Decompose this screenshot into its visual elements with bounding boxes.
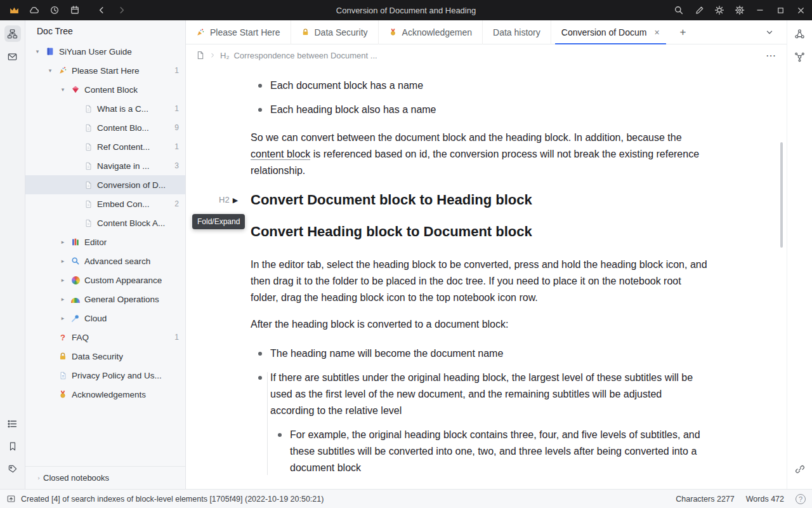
settings-icon[interactable] <box>730 0 750 20</box>
global-graph-icon[interactable] <box>792 48 808 65</box>
tab-close-icon[interactable]: × <box>654 27 659 37</box>
palette-icon <box>69 276 82 284</box>
tree-item-what-is-a-content-block[interactable]: What is a C... 1 <box>25 99 185 118</box>
heading-text: Convert Document block to Heading block <box>251 192 532 208</box>
tree-item-please-start-here[interactable]: ▾ Please Start Here 1 <box>25 61 185 80</box>
tree-item-ref-content[interactable]: Ref Content... 1 <box>25 137 185 156</box>
tree-item-siyuan-user-guide[interactable]: ▾ SiYuan User Guide <box>25 42 185 61</box>
tab-acknowledgements[interactable]: Acknowledgemen <box>379 20 483 44</box>
tree-item-label: Ref Content... <box>97 142 150 152</box>
tree-item-data-security[interactable]: Data Security <box>25 347 185 366</box>
list-item[interactable]: The heading name will become the documen… <box>251 345 709 362</box>
link-icon[interactable] <box>792 461 808 478</box>
tree-item-embed-content[interactable]: Embed Con... 2 <box>25 194 185 213</box>
tree-item-editor[interactable]: ▸ Editor <box>25 232 185 251</box>
chevron-right-icon[interactable]: ▸ <box>57 296 69 302</box>
lock-icon <box>301 28 310 36</box>
list-item[interactable]: For example, the original heading block … <box>270 427 709 476</box>
tree-item-advanced-search[interactable]: ▸ Advanced search <box>25 251 185 271</box>
paragraph[interactable]: In the editor tab, select the heading bl… <box>251 257 709 306</box>
paragraph[interactable]: So we can convert between the document b… <box>251 130 709 179</box>
search-icon[interactable] <box>669 0 689 20</box>
heading-convert-heading-to-document[interactable]: Convert Heading block to Document block <box>251 221 709 243</box>
vertical-scrollbar[interactable] <box>780 142 783 248</box>
list-item[interactable]: Each document block has a name <box>251 77 709 94</box>
tab-label: Data Security <box>315 27 368 37</box>
status-message: Created [4] of search indexes of block-l… <box>21 495 324 504</box>
list-item[interactable]: If there are subtitles under the origina… <box>251 370 709 476</box>
breadcrumb-item[interactable]: Correspondence between Document ... <box>233 51 377 60</box>
tag-icon[interactable] <box>4 461 21 478</box>
tree-item-label: Advanced search <box>84 257 150 266</box>
edit-icon[interactable] <box>689 0 709 20</box>
maximize-icon[interactable] <box>770 0 790 20</box>
file-icon <box>81 219 95 227</box>
chevron-right-icon[interactable]: ▸ <box>57 258 69 264</box>
words-count: Words 472 <box>746 495 784 504</box>
tab-bar: Please Start Here Data Security Acknowle… <box>186 20 787 44</box>
daily-note-icon[interactable] <box>65 0 85 20</box>
document-icon[interactable] <box>196 51 205 60</box>
characters-count: Characters 2277 <box>676 495 734 504</box>
rainbow-icon <box>69 295 82 303</box>
medal-icon <box>56 390 70 399</box>
tree-item-custom-appearance[interactable]: ▸ Custom Appearance <box>25 271 185 290</box>
chevron-right-icon[interactable]: ▸ <box>57 315 69 321</box>
doc-tree-dock-icon[interactable] <box>4 25 21 42</box>
chevron-right-icon[interactable]: ▸ <box>57 239 69 245</box>
theme-icon[interactable] <box>709 0 730 20</box>
more-icon[interactable]: ⋯ <box>766 50 776 62</box>
tree-item-acknowledgements[interactable]: Acknowledgements <box>25 385 185 404</box>
tree-item-label: Embed Con... <box>97 199 150 209</box>
history-icon[interactable] <box>44 0 65 20</box>
tree-item-general-operations[interactable]: ▸ General Operations <box>25 290 185 309</box>
editor-content-area[interactable]: Each document block has a name Each head… <box>186 66 787 489</box>
inbox-icon[interactable] <box>4 48 21 65</box>
tab-conversion-of-document[interactable]: Conversion of Docum × <box>551 20 670 44</box>
close-icon[interactable] <box>790 0 811 20</box>
chevron-right-icon[interactable]: ▸ <box>57 277 69 283</box>
chevron-down-icon[interactable]: ▾ <box>44 67 56 74</box>
tree-item-conversion-of-document[interactable]: Conversion of D... <box>25 175 185 194</box>
tab-data-history[interactable]: Data history <box>483 20 551 44</box>
cloud-icon[interactable] <box>24 0 44 20</box>
outline-icon[interactable] <box>4 415 21 432</box>
list-item[interactable]: Each heading block also has a name <box>251 102 709 118</box>
new-tab-button[interactable]: + <box>674 23 693 42</box>
tree-item-faq[interactable]: ? FAQ 1 <box>25 328 185 347</box>
tree-item-content-block[interactable]: ▾ Content Block <box>25 80 185 99</box>
tree-item-cloud[interactable]: ▸ Cloud <box>25 309 185 328</box>
bookmark-icon[interactable] <box>4 438 21 455</box>
tab-data-security[interactable]: Data Security <box>291 20 379 44</box>
minimize-icon[interactable] <box>750 0 770 20</box>
file-icon <box>81 200 95 208</box>
titlebar: Conversion of Document and Heading <box>0 0 812 20</box>
back-icon[interactable] <box>91 0 112 20</box>
nested-bullet-list: For example, the original heading block … <box>270 427 709 476</box>
forward-icon[interactable] <box>112 0 132 20</box>
file-icon <box>81 105 95 113</box>
fold-arrow-icon[interactable]: ▶ <box>233 189 238 211</box>
chevron-down-icon[interactable]: ▾ <box>57 86 69 93</box>
tree-item-count: 1 <box>171 104 179 113</box>
tab-list-caret-icon[interactable] <box>761 24 778 41</box>
tree-item-navigate-in[interactable]: Navigate in ... 3 <box>25 156 185 175</box>
tab-label: Please Start Here <box>210 27 280 37</box>
tree-item-count: 2 <box>171 199 179 208</box>
chevron-down-icon[interactable]: ▾ <box>32 48 43 55</box>
help-icon[interactable]: ? <box>796 494 806 504</box>
heading-convert-document-to-heading[interactable]: H2 ▶ Convert Document block to Heading b… <box>251 189 709 211</box>
crown-icon[interactable] <box>4 0 24 20</box>
bullet-list: The heading name will become the documen… <box>251 345 709 476</box>
breadcrumb: H₂ Correspondence between Document ... ⋯ <box>186 44 787 66</box>
tab-please-start-here[interactable]: Please Start Here <box>186 20 291 44</box>
tree-item-content-block-doc[interactable]: Content Blo... 9 <box>25 118 185 137</box>
block-ref-link[interactable]: content block <box>251 149 310 160</box>
tree-item-content-block-a[interactable]: Content Block A... <box>25 213 185 232</box>
characters-label: Characters <box>676 495 714 504</box>
tree-item-privacy-policy[interactable]: Privacy Policy and Us... <box>25 366 185 385</box>
status-bar: Created [4] of search indexes of block-l… <box>0 489 812 508</box>
closed-notebooks[interactable]: › Closed notebooks <box>25 466 185 489</box>
paragraph[interactable]: After the heading block is converted to … <box>251 316 709 333</box>
graph-icon[interactable] <box>792 25 808 42</box>
